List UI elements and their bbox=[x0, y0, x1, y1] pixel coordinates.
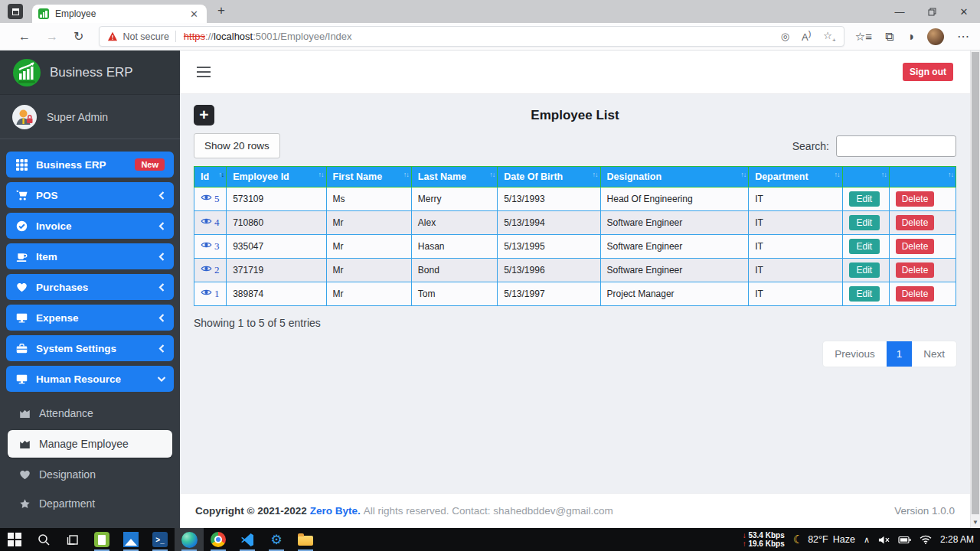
pagination-previous[interactable]: Previous bbox=[823, 341, 887, 367]
add-employee-button[interactable]: + bbox=[194, 105, 214, 126]
delete-button[interactable]: Delete bbox=[896, 215, 935, 230]
content-area: + Employee List Show 20 rows Search: Id↑… bbox=[180, 94, 970, 493]
photos-app-icon[interactable] bbox=[116, 528, 145, 551]
taskbar: >_ ⚙ ↓ 53.4 Kbps ↑ 19.6 Kbps ☾ 82°F Haze… bbox=[0, 528, 980, 551]
sidebar-item-human-resource[interactable]: Human Resource bbox=[6, 366, 174, 392]
edit-button[interactable]: Edit bbox=[849, 215, 880, 230]
clock[interactable]: 2:28 AM bbox=[940, 534, 974, 545]
delete-button[interactable]: Delete bbox=[896, 262, 935, 278]
search-input[interactable] bbox=[836, 135, 956, 157]
column-header-id[interactable]: Id↑↓ bbox=[194, 167, 227, 187]
hamburger-menu-icon[interactable] bbox=[197, 67, 211, 78]
sidebar-subitem-department[interactable]: Department bbox=[8, 491, 172, 516]
page-scrollbar[interactable]: ▼ bbox=[970, 51, 980, 528]
cell-last-name: Merry bbox=[411, 187, 497, 211]
heart-icon bbox=[18, 468, 31, 481]
browser-tab[interactable]: Employee ✕ bbox=[32, 5, 207, 23]
column-header-first-name[interactable]: First Name↑↓ bbox=[326, 167, 411, 187]
sidebar-item-invoice[interactable]: Invoice bbox=[6, 213, 174, 239]
edit-button[interactable]: Edit bbox=[849, 239, 880, 254]
collections-icon[interactable]: ⧉ bbox=[885, 30, 893, 44]
column-header-designation[interactable]: Designation↑↓ bbox=[600, 167, 749, 187]
sidebar-subitem-manage-employee[interactable]: Manage Employee bbox=[8, 430, 172, 458]
cell-first-name: Mr bbox=[326, 235, 411, 259]
window-close-button[interactable]: ✕ bbox=[948, 0, 980, 23]
scrollbar-down-arrow[interactable]: ▼ bbox=[971, 519, 980, 526]
edit-button[interactable]: Edit bbox=[849, 262, 880, 278]
table-row: 2371719MrBond5/13/1996Software EngineerI… bbox=[194, 259, 956, 282]
sidebar-submenu: AttendanceManage EmployeeDesignationDepa… bbox=[0, 396, 180, 520]
show-rows-button[interactable]: Show 20 rows bbox=[194, 133, 280, 158]
column-header-employee-id[interactable]: Employee Id↑↓ bbox=[227, 167, 326, 187]
column-header-department[interactable]: Department↑↓ bbox=[749, 167, 842, 187]
view-employee-link[interactable]: 1 bbox=[201, 287, 220, 301]
battery-icon[interactable] bbox=[898, 536, 911, 544]
file-explorer-icon[interactable] bbox=[291, 528, 320, 551]
pagination-page-1[interactable]: 1 bbox=[887, 341, 913, 367]
weather-widget[interactable]: ☾ 82°F Haze bbox=[793, 533, 855, 546]
upload-arrow-icon: ↑ bbox=[743, 540, 746, 548]
scrollbar-thumb[interactable] bbox=[972, 52, 979, 514]
admin-tool-icon[interactable]: ⚙ bbox=[262, 528, 291, 551]
window-restore-button[interactable] bbox=[916, 0, 948, 23]
sidebar-item-purchases[interactable]: Purchases bbox=[6, 274, 174, 300]
powershell-icon[interactable]: >_ bbox=[145, 528, 175, 551]
chevron-left-icon bbox=[158, 191, 165, 200]
task-view-icon[interactable] bbox=[58, 528, 87, 551]
window-minimize-button[interactable]: — bbox=[884, 0, 916, 23]
read-aloud-icon[interactable]: A) bbox=[802, 29, 811, 43]
wifi-icon[interactable] bbox=[920, 535, 932, 544]
sidebar-item-expense[interactable]: Expense bbox=[6, 305, 174, 331]
footer-brand-link[interactable]: Zero Byte. bbox=[310, 505, 361, 517]
delete-button[interactable]: Delete bbox=[896, 191, 935, 207]
edge-browser-icon[interactable] bbox=[175, 528, 204, 551]
sidebar-item-business-erp[interactable]: Business ERPNew bbox=[6, 152, 174, 178]
sidebar-item-pos[interactable]: POS bbox=[6, 182, 174, 208]
send-to-devices-icon[interactable]: ◎ bbox=[781, 31, 789, 42]
column-header-actions-7[interactable]: ↑↓ bbox=[842, 167, 889, 187]
favorites-bar-icon[interactable]: ☆≡ bbox=[855, 30, 872, 44]
table-header-row: Id↑↓Employee Id↑↓First Name↑↓Last Name↑↓… bbox=[194, 167, 956, 187]
notepadpp-icon[interactable] bbox=[87, 528, 116, 551]
favorite-star-icon[interactable]: ☆+ bbox=[823, 30, 835, 44]
eye-icon bbox=[201, 240, 212, 253]
cell-dob: 5/13/1996 bbox=[498, 259, 600, 282]
view-employee-link[interactable]: 2 bbox=[201, 263, 220, 277]
not-secure-label[interactable]: Not secure bbox=[122, 31, 168, 42]
pagination-next[interactable]: Next bbox=[912, 341, 956, 367]
volume-muted-icon[interactable] bbox=[878, 535, 890, 545]
chrome-browser-icon[interactable] bbox=[204, 528, 233, 551]
start-button-icon[interactable] bbox=[0, 528, 29, 551]
vertical-tabs-icon[interactable] bbox=[8, 4, 23, 19]
tray-expand-icon[interactable]: ∧ bbox=[864, 535, 870, 545]
cell-employee-id: 389874 bbox=[227, 282, 326, 306]
vscode-icon[interactable] bbox=[233, 528, 262, 551]
edit-button[interactable]: Edit bbox=[849, 191, 880, 207]
sort-icons: ↑↓ bbox=[740, 171, 746, 178]
sidebar-item-system-settings[interactable]: System Settings bbox=[6, 335, 174, 361]
sidebar-item-item[interactable]: Item bbox=[6, 243, 174, 269]
back-icon[interactable]: ← bbox=[18, 30, 31, 44]
view-employee-link[interactable]: 4 bbox=[201, 216, 220, 230]
delete-button[interactable]: Delete bbox=[896, 239, 935, 254]
sidebar-subitem-designation[interactable]: Designation bbox=[8, 462, 172, 487]
delete-button[interactable]: Delete bbox=[896, 286, 935, 302]
column-header-last-name[interactable]: Last Name↑↓ bbox=[411, 167, 497, 187]
sidebar-subitem-attendance[interactable]: Attendance bbox=[8, 401, 172, 425]
view-employee-link[interactable]: 3 bbox=[201, 240, 220, 253]
web-capture-icon[interactable]: ◑ bbox=[906, 30, 914, 44]
new-tab-button[interactable]: + bbox=[217, 3, 225, 18]
address-bar[interactable]: Not secure https://localhost:5001/Employ… bbox=[99, 26, 844, 47]
tab-close-icon[interactable]: ✕ bbox=[188, 8, 201, 20]
sign-out-button[interactable]: Sign out bbox=[903, 63, 953, 81]
taskbar-search-icon[interactable] bbox=[29, 528, 58, 551]
view-employee-link[interactable]: 5 bbox=[201, 192, 220, 206]
forward-icon[interactable]: → bbox=[46, 30, 58, 44]
refresh-icon[interactable]: ↻ bbox=[74, 29, 83, 44]
url-text: https://localhost:5001/Employee/Index bbox=[184, 31, 352, 42]
settings-dots-icon[interactable]: ⋯ bbox=[957, 29, 969, 44]
column-header-date-of-birth[interactable]: Date Of Birth↑↓ bbox=[498, 167, 600, 187]
column-header-actions-8[interactable]: ↑↓ bbox=[889, 167, 956, 187]
edit-button[interactable]: Edit bbox=[849, 286, 880, 302]
profile-avatar[interactable] bbox=[927, 28, 944, 45]
